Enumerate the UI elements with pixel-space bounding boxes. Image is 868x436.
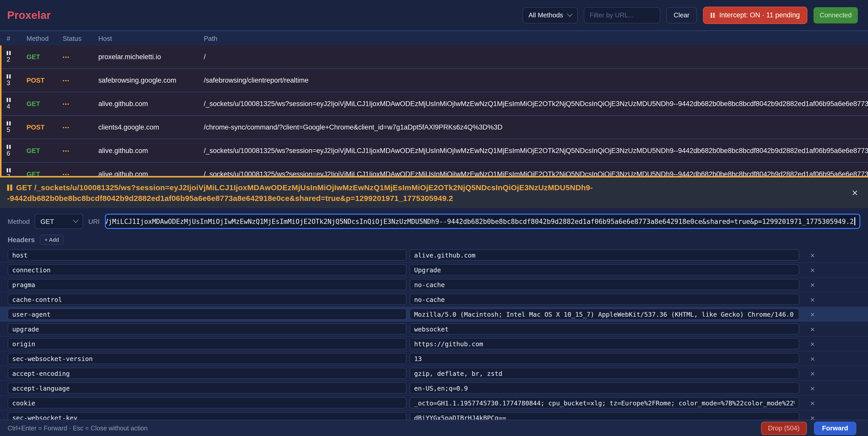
header-row: × bbox=[0, 248, 868, 263]
delete-header-icon[interactable]: × bbox=[809, 383, 816, 393]
row-number-cell: 3 bbox=[7, 74, 27, 86]
delete-header-icon[interactable]: × bbox=[809, 294, 816, 304]
row-host: proxelar.micheletti.io bbox=[98, 53, 204, 61]
row-host: clients4.google.com bbox=[98, 123, 204, 131]
pending-status-icon: ••• bbox=[63, 148, 98, 153]
delete-header-icon[interactable]: × bbox=[809, 369, 816, 378]
summary-line2: -9442db682b0be8bc8bcdf8042b9d2882ed1af06… bbox=[7, 194, 453, 202]
delete-header-icon[interactable]: × bbox=[809, 339, 816, 349]
add-header-button[interactable]: + Add bbox=[40, 235, 64, 245]
header-value-input[interactable] bbox=[409, 368, 799, 379]
header-key-input[interactable] bbox=[8, 279, 406, 290]
row-path: /_sockets/u/100081325/ws?session=eyJ2Ijo… bbox=[204, 100, 868, 108]
header-row: × bbox=[0, 337, 868, 351]
row-host: alive.github.com bbox=[98, 100, 204, 108]
pending-status-icon: ••• bbox=[63, 125, 98, 130]
header-key-input[interactable] bbox=[8, 397, 406, 408]
summary-line1: GET /_sockets/u/100081325/ws?session=eyJ… bbox=[16, 183, 593, 192]
header-value-input[interactable] bbox=[409, 338, 799, 349]
header-value-input[interactable] bbox=[409, 382, 799, 394]
connection-status-badge: Connected bbox=[813, 7, 858, 23]
header-key-input[interactable] bbox=[8, 264, 406, 275]
method-filter-select[interactable]: All Methods bbox=[522, 7, 578, 23]
intercept-toggle-button[interactable]: Intercept: ON · 11 pending bbox=[703, 6, 807, 24]
request-row[interactable]: 2 GET ••• proxelar.micheletti.io / bbox=[2, 46, 868, 69]
header-key-input[interactable] bbox=[8, 382, 406, 394]
header-value-input[interactable] bbox=[409, 279, 799, 290]
url-filter-input[interactable] bbox=[584, 7, 660, 23]
header-row: × bbox=[0, 292, 868, 307]
header-row: × bbox=[0, 410, 868, 420]
header-key-input[interactable] bbox=[8, 338, 406, 349]
intercept-label: Intercept: ON · 11 pending bbox=[719, 11, 800, 19]
clear-button[interactable]: Clear bbox=[666, 7, 696, 23]
col-host: Host bbox=[98, 34, 204, 42]
delete-header-icon[interactable]: × bbox=[809, 250, 816, 260]
method-select[interactable]: GET bbox=[35, 214, 83, 229]
header-value-input[interactable] bbox=[409, 264, 799, 275]
header-key-input[interactable] bbox=[8, 250, 406, 261]
header-value-input[interactable] bbox=[409, 294, 799, 305]
row-number: 4 bbox=[7, 103, 27, 110]
delete-header-icon[interactable]: × bbox=[809, 309, 816, 319]
row-path: /_sockets/u/100081325/ws?session=eyJ2Ijo… bbox=[204, 147, 868, 154]
request-list: 2 GET ••• proxelar.micheletti.io / 3 POS… bbox=[0, 46, 868, 176]
request-row[interactable]: 5 POST ••• clients4.google.com /chrome-s… bbox=[2, 116, 868, 139]
method-filter-value: All Methods bbox=[528, 11, 563, 19]
drop-button[interactable]: Drop (504) bbox=[761, 422, 807, 435]
pending-status-icon: ••• bbox=[63, 54, 98, 59]
header-key-input[interactable] bbox=[8, 294, 406, 305]
close-icon[interactable]: × bbox=[851, 186, 859, 199]
col-number: # bbox=[7, 34, 27, 42]
uri-label: URI bbox=[88, 217, 100, 225]
uri-input[interactable]: iVjMiLCJ1IjoxMDAwODEzMjUsInMiOjIwMzEwNzQ… bbox=[105, 214, 860, 229]
delete-header-icon[interactable]: × bbox=[809, 265, 816, 274]
header-value-input[interactable] bbox=[409, 397, 799, 408]
headers-label: Headers bbox=[8, 236, 35, 243]
action-bar: Ctrl+Enter = Forward · Esc = Close witho… bbox=[0, 420, 868, 436]
row-number-cell: 7 bbox=[7, 168, 27, 176]
pause-icon bbox=[7, 51, 27, 55]
forward-button[interactable]: Forward bbox=[814, 422, 856, 435]
row-method: POST bbox=[27, 77, 63, 84]
row-path: /safebrowsing/clientreport/realtime bbox=[204, 77, 868, 84]
header-row: × bbox=[0, 307, 868, 322]
row-number: 3 bbox=[7, 79, 27, 86]
headers-section-header: Headers + Add bbox=[8, 234, 860, 245]
request-row[interactable]: 3 POST ••• safebrowsing.google.com /safe… bbox=[2, 69, 868, 92]
delete-header-icon[interactable]: × bbox=[809, 413, 816, 420]
header-value-input[interactable] bbox=[409, 353, 799, 364]
request-row[interactable]: 4 GET ••• alive.github.com /_sockets/u/1… bbox=[2, 92, 868, 116]
chevron-down-icon bbox=[73, 217, 79, 223]
text-cursor bbox=[854, 217, 855, 225]
request-row[interactable]: 7 GET ••• alive.github.com /_sockets/u/1… bbox=[2, 163, 868, 176]
header-key-input[interactable] bbox=[8, 353, 406, 364]
col-status: Status bbox=[63, 34, 98, 42]
header-value-input[interactable] bbox=[409, 323, 799, 335]
header-key-input[interactable] bbox=[8, 368, 406, 379]
col-path: Path bbox=[204, 34, 868, 42]
header-value-input[interactable] bbox=[409, 250, 799, 261]
pause-icon bbox=[7, 145, 27, 149]
row-number: 2 bbox=[7, 56, 27, 63]
header-value-input[interactable] bbox=[409, 309, 799, 320]
delete-header-icon[interactable]: × bbox=[809, 354, 816, 364]
header-key-input[interactable] bbox=[8, 412, 406, 420]
delete-header-icon[interactable]: × bbox=[809, 398, 816, 408]
request-edit-form: Method GET URI iVjMiLCJ1IjoxMDAwODEzMjUs… bbox=[0, 208, 868, 420]
delete-header-icon[interactable]: × bbox=[809, 280, 816, 289]
header-row: × bbox=[0, 278, 868, 292]
request-summary-text: GET /_sockets/u/100081325/ws?session=eyJ… bbox=[7, 182, 844, 203]
row-path: /chrome-sync/command/?client=Google+Chro… bbox=[204, 123, 868, 131]
header-key-input[interactable] bbox=[8, 323, 406, 335]
header-key-input[interactable] bbox=[8, 309, 406, 320]
delete-header-icon[interactable]: × bbox=[809, 324, 816, 334]
header-value-input[interactable] bbox=[409, 412, 799, 420]
request-row[interactable]: 6 GET ••• alive.github.com /_sockets/u/1… bbox=[2, 139, 868, 163]
row-host: alive.github.com bbox=[98, 147, 204, 154]
method-uri-row: Method GET URI iVjMiLCJ1IjoxMDAwODEzMjUs… bbox=[8, 213, 860, 230]
row-host: safebrowsing.google.com bbox=[98, 77, 204, 84]
row-number: 7 bbox=[7, 173, 27, 176]
header-row: × bbox=[0, 366, 868, 381]
pending-status-icon: ••• bbox=[63, 78, 98, 83]
